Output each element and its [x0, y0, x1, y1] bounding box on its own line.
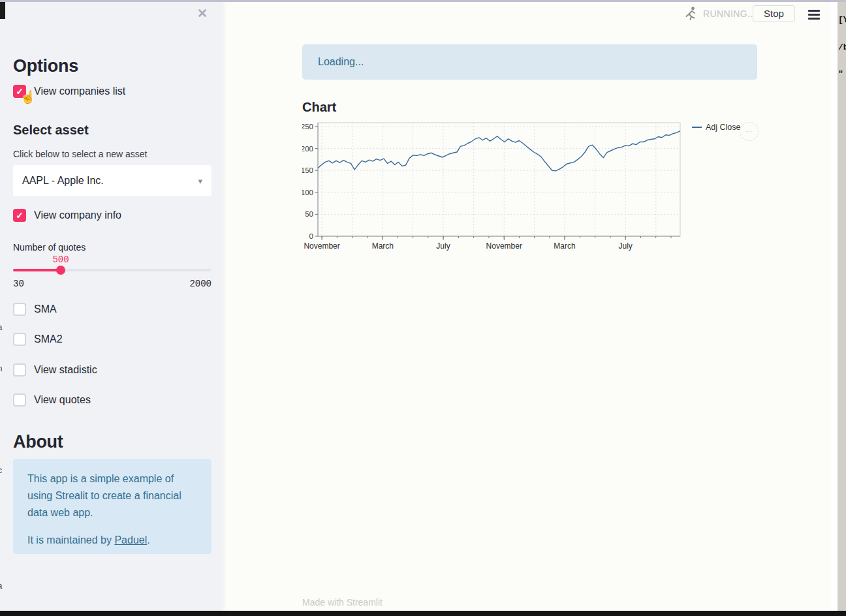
slider-max-label: 2000: [189, 279, 212, 289]
svg-text:250: 250: [302, 123, 313, 131]
hamburger-menu-icon[interactable]: [808, 10, 820, 20]
svg-text:March: March: [554, 241, 575, 251]
background-text-fragment: n: [0, 364, 3, 374]
background-text-fragment: ": [838, 69, 843, 79]
sidebar: ✕ Options ✓ View companies list ☝ Select…: [0, 2, 223, 611]
sidebar-close-icon[interactable]: ✕: [197, 6, 208, 21]
slider-value: 500: [48, 254, 74, 265]
legend-line-swatch: [692, 127, 702, 129]
checkbox-label: View stadistic: [34, 364, 97, 376]
about-maintainer-prefix: It is maintained by: [27, 534, 114, 546]
checkbox-unchecked-box[interactable]: [13, 303, 26, 316]
slider-track[interactable]: [13, 269, 212, 271]
loading-text: Loading...: [318, 56, 364, 68]
loading-alert: Loading...: [302, 44, 757, 80]
checkbox-view-stadistic[interactable]: View stadistic: [13, 363, 97, 377]
checkbox-unchecked-box[interactable]: [13, 393, 26, 407]
about-maintainer: It is maintained by Paduel.: [27, 532, 197, 549]
menu-bar: [808, 14, 820, 16]
stop-button[interactable]: Stop: [753, 5, 795, 22]
background-window-edge: [Y /b ": [838, 2, 846, 611]
about-info-box: This app is a simple example of using St…: [13, 459, 212, 554]
about-text: This app is a simple example of using St…: [27, 470, 197, 521]
select-asset-title: Select asset: [13, 123, 89, 138]
checkbox-sma2[interactable]: SMA2: [13, 332, 63, 346]
checkbox-label: View company info: [34, 209, 121, 221]
checkbox-view-quotes[interactable]: View quotes: [13, 393, 91, 407]
chart-legend[interactable]: Adj Close: [692, 123, 741, 132]
select-asset-caption: Click below to select a new asset: [13, 149, 147, 159]
check-icon: ✓: [13, 85, 26, 98]
svg-text:0: 0: [309, 232, 313, 240]
taskbar-edge: [0, 611, 846, 616]
about-maintainer-suffix: .: [147, 534, 149, 546]
about-title: About: [13, 432, 63, 452]
checkbox-unchecked-box[interactable]: [13, 363, 26, 377]
checkbox-label: View companies list: [34, 85, 125, 97]
svg-text:November: November: [486, 241, 522, 251]
checkbox-label: SMA2: [34, 333, 63, 345]
background-text-fragment: a: [0, 323, 3, 333]
svg-text:100: 100: [302, 189, 313, 196]
checkbox-unchecked-box[interactable]: [13, 333, 26, 346]
main-content: RUNNING... Stop Loading... Chart 0501001…: [223, 2, 830, 611]
background-text-fragments: a n c a: [0, 2, 3, 611]
asset-select-value: AAPL - Apple Inc.: [22, 175, 198, 187]
svg-text:July: July: [619, 241, 633, 251]
background-text-fragment: /b: [838, 42, 846, 52]
window-right-gap: [830, 2, 838, 611]
background-text-fragment: a: [0, 581, 3, 591]
checkbox-checked-box[interactable]: ✓: [13, 85, 26, 98]
checkbox-view-company-info[interactable]: ✓ View company info: [13, 208, 121, 223]
running-status: RUNNING...: [703, 8, 756, 19]
asset-select[interactable]: AAPL - Apple Inc. ▾: [13, 165, 212, 196]
svg-text:50: 50: [305, 210, 313, 218]
background-window-corner: [0, 2, 5, 19]
slider-min-label: 30: [13, 279, 24, 289]
slider-thumb[interactable]: [56, 266, 65, 275]
chart-title: Chart: [302, 100, 336, 115]
checkbox-view-companies-list[interactable]: ✓ View companies list: [13, 84, 125, 99]
svg-text:150: 150: [302, 166, 313, 174]
svg-text:November: November: [304, 241, 339, 251]
menu-bar: [808, 10, 820, 12]
svg-text:March: March: [372, 241, 394, 251]
slider-label: Number of quotes: [13, 242, 86, 253]
checkbox-label: View quotes: [34, 394, 91, 406]
background-text-fragment: c: [0, 466, 3, 476]
checkbox-label: SMA: [34, 303, 57, 315]
paduel-link[interactable]: Paduel: [114, 534, 147, 546]
svg-text:July: July: [436, 241, 450, 251]
running-person-icon: [683, 6, 698, 24]
streamlit-footer: Made with Streamlit: [302, 597, 383, 608]
window-top-edge: [0, 0, 846, 2]
svg-text:200: 200: [302, 145, 313, 153]
line-chart[interactable]: 050100150200250NovemberMarchJulyNovember…: [302, 120, 687, 253]
checkbox-sma[interactable]: SMA: [13, 302, 57, 316]
check-icon: ✓: [13, 209, 26, 222]
options-title: Options: [13, 56, 78, 76]
slider-fill: [13, 269, 61, 271]
chevron-down-icon: ▾: [198, 176, 202, 186]
checkbox-checked-box[interactable]: ✓: [13, 209, 26, 222]
legend-label: Adj Close: [706, 123, 741, 132]
menu-bar: [808, 18, 820, 20]
background-text-fragment: [Y: [838, 15, 846, 25]
chart-more-button[interactable]: ⋯: [740, 122, 759, 141]
